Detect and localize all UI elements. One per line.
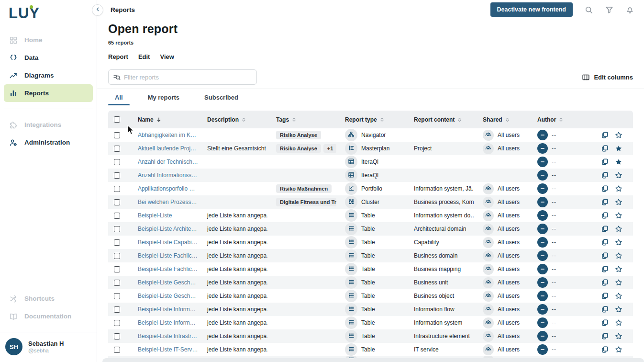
star-icon[interactable] (615, 319, 622, 327)
table-row[interactable]: Beispiel-Liste Infrastru…jede Liste kann… (108, 329, 633, 343)
tab-subscribed[interactable]: Subscribed (198, 89, 245, 105)
star-icon[interactable] (615, 279, 622, 286)
column-header-name[interactable]: Name (129, 116, 199, 123)
star-icon[interactable] (615, 198, 622, 206)
column-header-shared[interactable]: Shared (474, 116, 529, 123)
tab-my-reports[interactable]: My reports (141, 89, 186, 105)
row-checkbox[interactable] (114, 280, 120, 286)
table-row[interactable]: Abhängigkeiten im Kon…Risiko AnalyseNavi… (108, 128, 633, 142)
report-name-link[interactable]: Beispiel-Liste Capability (138, 239, 199, 246)
star-icon[interactable] (615, 225, 622, 233)
star-icon[interactable] (615, 212, 622, 219)
copy-icon[interactable] (601, 158, 609, 166)
report-name-link[interactable]: Anzahl der Technische… (138, 158, 199, 165)
report-name-link[interactable]: Beispiel-Liste Infrastru… (138, 333, 199, 339)
copy-icon[interactable] (601, 185, 609, 192)
report-name-link[interactable]: Beispiel-Liste Fachlich… (138, 266, 199, 272)
row-checkbox[interactable] (114, 306, 120, 313)
table-row[interactable]: Aktuell laufende Projek…Stellt eine Gesa… (108, 142, 633, 155)
user-profile[interactable]: SH Sebastian H @sebha (0, 332, 97, 362)
tag-pill[interactable]: Risiko Maßnahmen (276, 184, 332, 193)
row-checkbox[interactable] (114, 159, 120, 165)
star-icon[interactable] (615, 265, 622, 273)
star-icon[interactable] (615, 346, 622, 353)
star-icon[interactable] (615, 292, 622, 300)
column-header-description[interactable]: Description (199, 116, 267, 123)
menu-view[interactable]: View (160, 53, 174, 60)
table-row[interactable]: Beispiel-Liste Architekt…jede Liste kann… (108, 222, 633, 236)
row-checkbox[interactable] (114, 333, 120, 339)
report-name-link[interactable]: Beispiel-Liste Informati… (138, 319, 199, 326)
tag-more-badge[interactable]: +1 (323, 144, 336, 153)
copy-icon[interactable] (601, 252, 609, 260)
copy-icon[interactable] (601, 212, 609, 219)
row-checkbox[interactable] (114, 293, 120, 299)
star-icon[interactable] (615, 171, 622, 179)
star-icon[interactable] (615, 238, 622, 246)
menu-edit[interactable]: Edit (138, 53, 150, 60)
table-row[interactable]: Beispiel-Listejede Liste kann angepa…Tab… (108, 209, 633, 222)
report-name-link[interactable]: Beispiel-Liste Architekt… (138, 226, 199, 232)
luy-logo[interactable]: LUY (0, 0, 97, 25)
row-checkbox[interactable] (114, 199, 120, 205)
row-checkbox[interactable] (114, 226, 120, 232)
row-checkbox[interactable] (114, 172, 120, 179)
table-row[interactable]: Beispiel-Liste Capabilityjede Liste kann… (108, 236, 633, 249)
report-name-link[interactable]: Beispiel-Liste IT-Servic… (138, 346, 199, 353)
tag-pill[interactable]: Risiko Analyse (276, 131, 321, 139)
column-header-report-type[interactable]: Report type (336, 116, 405, 123)
table-row[interactable]: Anzahl Informationssy…IteraQl-- (108, 169, 633, 182)
column-header-author[interactable]: Author (529, 116, 591, 123)
sidebar-collapse-button[interactable] (92, 4, 103, 16)
table-row[interactable]: Applikationsporfolio Ü…Risiko MaßnahmenP… (108, 182, 633, 195)
report-name-link[interactable]: Beispiel-Liste Geschäft… (138, 293, 199, 299)
menu-report[interactable]: Report (108, 53, 128, 60)
star-icon[interactable] (615, 305, 622, 313)
copy-icon[interactable] (601, 198, 609, 206)
table-row[interactable]: Beispiel-Liste Fachlich…jede Liste kann … (108, 262, 633, 276)
copy-icon[interactable] (601, 171, 609, 179)
report-name-link[interactable]: Anzahl Informationssy… (138, 172, 199, 179)
report-name-link[interactable]: Beispiel-Liste Fachlich… (138, 252, 199, 259)
sidebar-item-shortcuts[interactable]: Shortcuts (4, 290, 93, 307)
bell-icon[interactable] (625, 5, 634, 14)
table-row[interactable]: Beispiel-Liste IT-Servic…jede Liste kann… (108, 343, 633, 356)
sidebar-item-integrations[interactable]: Integrations (4, 116, 93, 134)
row-checkbox[interactable] (114, 186, 120, 192)
copy-icon[interactable] (601, 292, 609, 300)
table-row[interactable]: Beispiel-Liste Fachlich…jede Liste kann … (108, 249, 633, 262)
report-name-link[interactable]: Abhängigkeiten im Kon… (138, 132, 199, 138)
tag-pill[interactable]: Risiko Analyse (276, 144, 321, 153)
row-checkbox[interactable] (114, 347, 120, 353)
table-row[interactable]: Bei welchen Prozessen…Digitale Fitness u… (108, 195, 633, 209)
report-name-link[interactable]: Bei welchen Prozessen… (138, 199, 199, 205)
row-checkbox[interactable] (114, 320, 120, 326)
column-header-tags[interactable]: Tags (267, 116, 336, 123)
copy-icon[interactable] (601, 279, 609, 286)
copy-icon[interactable] (601, 265, 609, 273)
filter-reports-input[interactable] (124, 74, 252, 81)
copy-icon[interactable] (601, 145, 609, 152)
search-icon[interactable] (584, 5, 593, 14)
star-icon[interactable] (615, 252, 622, 260)
row-checkbox[interactable] (114, 253, 120, 259)
sidebar-item-reports[interactable]: Reports (4, 84, 93, 102)
star-icon[interactable] (615, 332, 622, 340)
star-icon[interactable] (615, 131, 622, 139)
filter-icon[interactable] (605, 5, 614, 14)
sidebar-item-diagrams[interactable]: Diagrams (4, 67, 93, 84)
sidebar-item-home[interactable]: Home (4, 31, 93, 49)
row-checkbox[interactable] (114, 132, 120, 138)
copy-icon[interactable] (601, 332, 609, 340)
row-checkbox[interactable] (114, 213, 120, 219)
edit-columns-button[interactable]: Edit columns (582, 73, 633, 81)
report-name-link[interactable]: Beispiel-Liste Informati… (138, 306, 199, 313)
table-row[interactable]: Beispiel-Liste Geschäft…jede Liste kann … (108, 289, 633, 303)
star-filled-icon[interactable] (615, 145, 622, 152)
tag-pill[interactable]: Digitale Fitness und Tr… (276, 198, 336, 206)
report-name-link[interactable]: Beispiel-Liste Geschäft… (138, 279, 199, 286)
sidebar-item-documentation[interactable]: Documentation (4, 307, 93, 325)
row-checkbox[interactable] (114, 266, 120, 272)
deactivate-frontend-button[interactable]: Deactivate new frontend (490, 2, 573, 17)
table-row[interactable]: Beispiel-Liste Informati…jede Liste kann… (108, 316, 633, 329)
